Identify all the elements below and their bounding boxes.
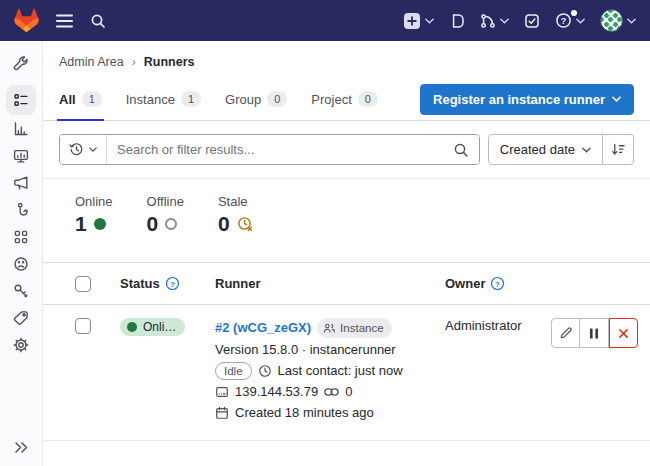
calendar-icon bbox=[215, 406, 229, 420]
sidebar-item-messages[interactable] bbox=[6, 169, 36, 196]
monitor-icon bbox=[13, 148, 29, 164]
runner-version-line: Version 15.8.0 · instancerunner bbox=[215, 341, 445, 359]
tab-instance-label: Instance bbox=[126, 92, 175, 107]
avatar bbox=[600, 9, 623, 32]
runner-status-badge: Onli… bbox=[120, 318, 185, 336]
sidebar-item-system-hooks[interactable] bbox=[6, 196, 36, 223]
runner-owner-link[interactable]: Administrator bbox=[445, 318, 522, 333]
tab-project-count: 0 bbox=[358, 91, 378, 107]
tab-group-count: 0 bbox=[267, 91, 287, 107]
runner-name-link[interactable]: #2 (wCG_zeGX) bbox=[215, 319, 311, 337]
owner-help-icon[interactable]: ? bbox=[490, 276, 505, 291]
pause-runner-button[interactable] bbox=[580, 318, 609, 348]
sort-direction-button[interactable] bbox=[603, 134, 634, 165]
register-instance-runner-button[interactable]: Register an instance runner bbox=[420, 84, 634, 115]
runner-link-count: 0 bbox=[345, 383, 352, 401]
online-status-icon bbox=[94, 218, 106, 230]
sidebar-collapse-button[interactable] bbox=[0, 441, 42, 454]
key-icon bbox=[13, 283, 29, 299]
sidebar-item-overview[interactable] bbox=[6, 85, 36, 115]
chevron-down-icon bbox=[627, 18, 636, 24]
runner-column-header: Runner bbox=[215, 276, 261, 291]
tab-project[interactable]: Project 0 bbox=[311, 78, 378, 120]
frown-face-icon bbox=[13, 256, 29, 272]
sidebar-item-monitoring[interactable] bbox=[6, 142, 36, 169]
stat-stale-label: Stale bbox=[218, 194, 254, 209]
close-x-icon bbox=[617, 327, 630, 340]
double-chevron-right-icon bbox=[14, 441, 29, 454]
notification-dot bbox=[571, 10, 577, 16]
tab-group[interactable]: Group 0 bbox=[225, 78, 287, 120]
issues-icon[interactable] bbox=[449, 13, 465, 29]
breadcrumb-runners: Runners bbox=[144, 55, 195, 69]
link-icon bbox=[324, 386, 339, 398]
sidebar-item-admin-area[interactable] bbox=[6, 49, 36, 76]
sidebar-item-labels[interactable] bbox=[6, 304, 36, 331]
admin-sidebar bbox=[0, 41, 43, 466]
search-input[interactable] bbox=[107, 135, 443, 164]
wrench-icon bbox=[13, 55, 29, 71]
sidebar-item-applications[interactable] bbox=[6, 223, 36, 250]
merge-requests-button[interactable] bbox=[480, 13, 509, 29]
chevron-down-icon bbox=[576, 18, 585, 24]
bar-chart-icon bbox=[13, 121, 29, 137]
runner-row: Onli… #2 (wCG_zeGX) Instance Versio bbox=[43, 305, 650, 441]
plus-square-icon bbox=[403, 12, 421, 30]
sidebar-item-settings[interactable] bbox=[6, 331, 36, 358]
edit-runner-button[interactable] bbox=[551, 318, 580, 348]
help-menu-button[interactable]: ? bbox=[555, 12, 585, 29]
tab-all[interactable]: All 1 bbox=[59, 78, 102, 120]
runner-stats: Online 1 Offline 0 Stale 0 bbox=[43, 179, 650, 249]
search-submit-button[interactable] bbox=[443, 135, 479, 164]
todos-icon[interactable] bbox=[524, 13, 540, 29]
hamburger-menu-icon[interactable] bbox=[56, 14, 73, 28]
runner-type-badge: Instance bbox=[317, 318, 391, 338]
breadcrumb-admin-area[interactable]: Admin Area bbox=[59, 55, 124, 69]
sidebar-item-abuse-reports[interactable] bbox=[6, 250, 36, 277]
sort-by-dropdown[interactable]: Created date bbox=[488, 134, 603, 165]
search-icon bbox=[453, 142, 469, 158]
sidebar-item-analytics[interactable] bbox=[6, 115, 36, 142]
search-icon[interactable] bbox=[90, 13, 106, 29]
megaphone-icon bbox=[13, 175, 29, 191]
status-column-header: Status bbox=[120, 276, 160, 291]
tab-all-count: 1 bbox=[82, 91, 102, 107]
hook-icon bbox=[13, 202, 29, 218]
runner-row-checkbox[interactable] bbox=[75, 318, 91, 334]
runner-created-time: Created 18 minutes ago bbox=[235, 404, 374, 422]
chevron-down-icon bbox=[582, 147, 591, 153]
user-menu-button[interactable] bbox=[600, 9, 636, 32]
overview-list-icon bbox=[13, 92, 29, 108]
stale-clock-icon bbox=[237, 216, 254, 233]
grid-squares-icon bbox=[13, 229, 29, 245]
stat-offline-label: Offline bbox=[147, 194, 184, 209]
delete-runner-button[interactable] bbox=[609, 318, 638, 348]
breadcrumb: Admin Area › Runners bbox=[43, 41, 650, 78]
stat-online-label: Online bbox=[75, 194, 113, 209]
sort-descending-icon bbox=[611, 142, 626, 157]
svg-text:?: ? bbox=[170, 280, 175, 289]
table-header-row: Status ? Runner Owner ? bbox=[43, 262, 650, 305]
chevron-down-icon bbox=[500, 18, 509, 24]
sort-by-label: Created date bbox=[500, 142, 575, 157]
runner-type-text: Instance bbox=[340, 319, 383, 337]
runner-job-status-badge: Idle bbox=[215, 362, 252, 380]
search-history-dropdown[interactable] bbox=[60, 135, 107, 164]
runner-ip-address: 139.144.53.79 bbox=[235, 383, 318, 401]
stat-offline: Offline 0 bbox=[147, 194, 184, 236]
runner-actions bbox=[551, 318, 638, 348]
tab-project-label: Project bbox=[311, 92, 351, 107]
owner-column-header: Owner bbox=[445, 276, 485, 291]
question-mark-icon: ? bbox=[555, 12, 572, 29]
chevron-down-icon bbox=[612, 96, 621, 102]
new-menu-button[interactable] bbox=[403, 12, 434, 30]
gitlab-logo-icon[interactable] bbox=[14, 8, 39, 33]
runners-table: Status ? Runner Owner ? bbox=[43, 262, 650, 441]
sidebar-item-deploy-keys[interactable] bbox=[6, 277, 36, 304]
select-all-checkbox[interactable] bbox=[75, 276, 91, 292]
status-help-icon[interactable]: ? bbox=[165, 276, 180, 291]
breadcrumb-separator: › bbox=[132, 55, 136, 69]
tab-instance[interactable]: Instance 1 bbox=[126, 78, 201, 120]
svg-text:?: ? bbox=[561, 16, 567, 26]
filter-row: Created date bbox=[43, 121, 650, 178]
